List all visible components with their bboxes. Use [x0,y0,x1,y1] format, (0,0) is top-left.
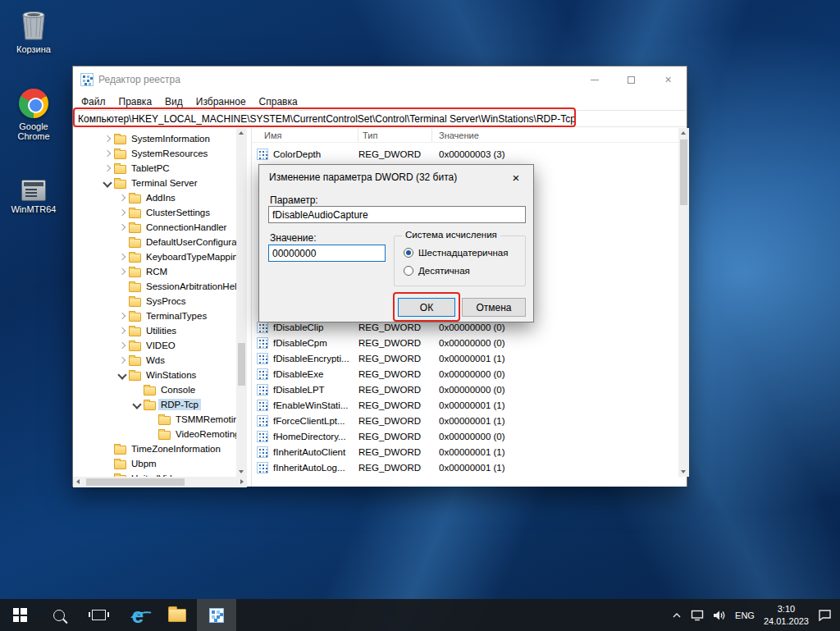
chevron-icon[interactable] [145,413,158,426]
desktop-icon-google-chrome[interactable]: Google Chrome [5,84,62,141]
tree-item[interactable]: ConnectionHandler [73,220,236,235]
ok-button[interactable]: ОК [398,298,455,317]
chevron-icon[interactable] [116,265,129,278]
tree-item[interactable]: TerminalTypes [73,309,236,323]
taskbar-internet-explorer[interactable]: e [118,599,158,631]
chevron-icon[interactable] [101,132,114,145]
taskbar-file-explorer[interactable] [158,599,197,631]
scroll-left-icon[interactable] [76,479,80,484]
chevron-icon[interactable] [145,428,158,441]
network-icon[interactable] [691,610,704,621]
tray-expand-icon[interactable] [672,612,682,619]
column-header-name[interactable]: Имя [252,128,358,142]
chevron-icon[interactable] [101,176,114,190]
scroll-right-icon[interactable] [240,479,244,484]
value-row[interactable]: fForceClientLpt... REG_DWORD 0x00000001 … [252,413,677,428]
tree-item[interactable]: WinStations [73,368,236,382]
chevron-icon[interactable] [101,457,114,470]
tree-item[interactable]: KeyboardTypeMapping [73,249,236,264]
tree-item[interactable]: TimeZoneInformation [73,441,236,456]
value-row[interactable]: fHomeDirectory... REG_DWORD 0x00000000 (… [252,428,677,444]
tree-item[interactable]: Utilities [73,323,236,338]
radio-selected-icon[interactable] [404,248,413,258]
chevron-icon[interactable] [130,398,144,411]
scrollbar-thumb[interactable] [238,343,245,386]
scroll-down-icon[interactable] [681,470,686,473]
chevron-icon[interactable] [116,309,129,322]
desktop-icon-winmtr64[interactable]: WinMTR64 [5,167,62,214]
tree-item[interactable]: ClusterSettings [73,205,236,220]
chevron-icon[interactable] [116,295,129,308]
tree-item[interactable]: SysProcs [73,294,236,309]
scrollbar-thumb[interactable] [86,478,185,486]
menu-edit[interactable]: Правка [112,96,159,107]
task-view-button[interactable] [79,599,118,631]
column-header-value[interactable]: Значение [432,128,687,142]
tree-item[interactable]: Terminal Server [73,176,236,190]
tree-item[interactable]: SystemInformation [73,131,236,146]
tree-item[interactable]: AddIns [73,190,236,205]
tree-vertical-scrollbar[interactable] [236,128,247,477]
chevron-icon[interactable] [101,147,114,160]
tree-item[interactable]: SessionArbitrationHelper [73,279,236,294]
volume-icon[interactable] [713,610,726,621]
dialog-close-button[interactable]: × [499,165,533,190]
value-row[interactable]: fDisableEncrypti... REG_DWORD 0x00000001… [252,350,677,366]
tree-item[interactable]: VideoRemoting [73,427,236,441]
scroll-down-icon[interactable] [239,470,244,473]
tree-item[interactable]: Wds [73,353,236,368]
chevron-icon[interactable] [116,368,129,382]
chevron-icon[interactable] [116,354,129,367]
tree-horizontal-scrollbar[interactable] [73,477,247,487]
radio-unselected-icon[interactable] [404,266,413,276]
list-vertical-scrollbar[interactable] [678,128,689,477]
chevron-icon[interactable] [116,250,129,263]
tree-item[interactable]: TabletPC [73,161,236,176]
start-button[interactable] [0,599,39,631]
scroll-up-icon[interactable] [681,131,686,135]
chevron-icon[interactable] [101,442,114,455]
value-name-field[interactable] [268,206,526,223]
tree-item[interactable]: RDP-Tcp [73,397,236,412]
chevron-icon[interactable] [101,162,114,175]
chevron-icon[interactable] [116,235,129,249]
taskbar-search-button[interactable] [39,599,79,631]
value-row[interactable]: fDisableExe REG_DWORD 0x00000000 (0) [252,366,677,382]
menu-favorites[interactable]: Избранное [189,96,253,107]
value-data-field[interactable] [268,245,386,262]
chevron-icon[interactable] [116,191,129,204]
close-button[interactable]: × [650,66,687,93]
chevron-icon[interactable] [116,324,129,337]
scroll-up-icon[interactable] [239,131,244,135]
title-bar[interactable]: Редактор реестра × [73,66,687,93]
language-indicator[interactable]: ENG [735,610,755,620]
tree-item[interactable]: SystemResources [73,146,236,161]
tree-item[interactable]: Ubpm [73,456,236,471]
address-input[interactable] [73,111,687,126]
scrollbar-thumb[interactable] [680,139,687,205]
value-row[interactable]: ColorDepth REG_DWORD 0x00000003 (3) [252,146,677,162]
tree-item[interactable]: RCM [73,264,236,279]
taskbar-clock[interactable]: 3:10 24.01.2023 [764,603,809,628]
tree-item[interactable]: VIDEO [73,338,236,353]
tree-item[interactable]: TSMMRemoting [73,412,236,427]
tree-item[interactable]: UnitedVideo [73,471,236,477]
cancel-button[interactable]: Отмена [462,298,526,317]
radio-hexadecimal[interactable]: Шестнадцатеричная [404,248,508,258]
chevron-icon[interactable] [130,383,144,396]
maximize-button[interactable] [613,66,650,93]
tree-item[interactable]: Console [73,382,236,397]
menu-view[interactable]: Вид [158,96,189,107]
value-row[interactable]: fEnableWinStati... REG_DWORD 0x00000001 … [252,397,677,413]
tree-item[interactable]: DefaultUserConfiguration [73,235,236,249]
menu-file[interactable]: Файл [75,96,112,107]
column-header-type[interactable]: Тип [358,128,432,142]
chevron-icon[interactable] [116,339,129,352]
action-center-icon[interactable] [818,609,832,621]
radio-decimal[interactable]: Десятичная [404,266,470,276]
minimize-button[interactable] [576,66,613,93]
chevron-icon[interactable] [116,221,129,234]
chevron-icon[interactable] [116,280,129,293]
chevron-icon[interactable] [116,206,129,219]
desktop-icon-recycle-bin[interactable]: Корзина [5,7,62,54]
